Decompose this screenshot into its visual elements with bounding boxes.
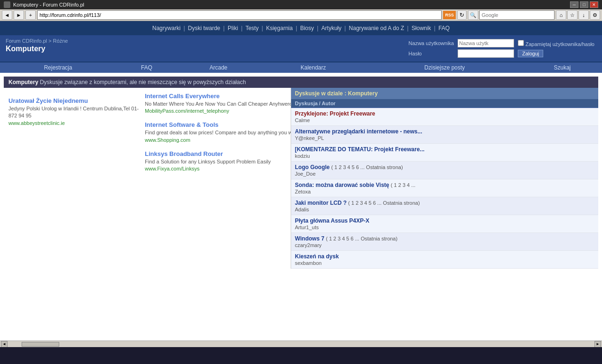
maximize-button[interactable]: □ [580,1,588,8]
disc-item-title[interactable]: Jaki monitor LCD ? [295,200,347,206]
forum-header: Forum CDRinfo.pl > Różne Komputery Nazwa… [0,35,602,62]
subnav-rejestracja[interactable]: Rejestracja [44,64,72,71]
ad-left: Uratował Życie Niejednemu Jedyny Polski … [4,88,145,269]
discussion-panel: Dyskusje w dziale : Komputery Dyskusja /… [291,88,598,269]
ad-2-title[interactable]: Linksys Broadband Router [145,150,223,157]
bookmark-button[interactable]: ☆ [567,10,578,20]
nav-ksiegarnia[interactable]: Księgarnia [266,25,293,31]
scroll-right-button[interactable]: ► [594,341,601,348]
toolbar-right-buttons: ⌂ ☆ ↓ ⚙ [556,10,600,20]
password-label: Hasło [407,48,456,59]
disc-item-author: Y@nkee_PL [295,135,594,141]
subnav-faq[interactable]: FAQ [141,64,152,71]
table-row: Płyta główna Assus P4XP-X Artur1_uts [291,215,598,233]
home-button[interactable]: ⌂ [556,10,566,20]
disc-item-author: Artur1_uts [295,225,594,230]
table-row: Kieszeń na dysk sexbambon [291,251,598,269]
refresh-button[interactable]: ↻ [457,10,467,20]
disc-item-pages: ( 1 2 3 4 5 6 ... Ostatnia strona) [326,236,397,241]
username-label: Nazwa użytkownika [407,38,456,48]
close-button[interactable]: ✕ [590,1,598,8]
nav-slownik[interactable]: Słownik [412,25,431,31]
remember-label: Zapamiętaj użytkownika/hasło [525,41,594,47]
username-input[interactable] [458,39,514,47]
minimize-button[interactable]: ─ [570,1,578,8]
subnav-dzisiejsze[interactable]: Dzisiejsze posty [424,64,465,71]
disc-item-title[interactable]: [KOMENTARZE DO TEMATU: Projekt Freeware.… [295,146,425,153]
subnav-arcade[interactable]: Arcade [210,64,228,71]
nav-artykuly[interactable]: Artykuły [321,25,341,31]
sub-nav: Rejestracja FAQ Arcade Kalendarz Dzisiej… [0,62,602,73]
nav-nagrywanie[interactable]: Nagrywanie od A do Z [349,25,404,31]
table-row: Alternatywne przeglądarki internetowe - … [291,126,598,144]
forward-button[interactable]: ► [14,10,24,20]
browser-toolbar: ◄ ► + RSS ↻ 🔍 ⌂ ☆ ↓ ⚙ [0,9,602,21]
nav-nagrywarki[interactable]: Nagrywarki [152,25,181,31]
disc-item-title[interactable]: Logo Google [295,164,330,170]
breadcrumb-home-link[interactable]: Forum CDRinfo.pl [6,38,47,44]
scroll-thumb[interactable] [22,342,59,347]
address-bar-area: RSS ↻ [37,10,467,20]
table-row: Windows 7 ( 1 2 3 4 5 6 ... Ostatnia str… [291,233,598,251]
subnav-szukaj[interactable]: Szukaj [554,64,570,71]
back-button[interactable]: ◄ [2,10,12,20]
window-title: Komputery - Forum CDRinfo.pl [13,2,84,8]
scroll-track[interactable] [8,342,594,347]
category-description: Dyskusje związane z komputerami, ale nie… [40,79,246,85]
nav-faq[interactable]: FAQ [438,25,450,31]
disc-item-pages: ( 1 2 3 4 5 6 ... Ostatnia strona) [348,200,420,206]
login-button[interactable]: Zaloguj [518,50,543,57]
search-input[interactable] [479,10,554,20]
table-row: [KOMENTARZE DO TEMATU: Projekt Freeware.… [291,144,598,162]
ad-1-title[interactable]: Internet Software & Tools [145,121,219,128]
table-row: Sonda: można darować sobie Vistę ( 1 2 3… [291,179,598,197]
search-engine-icon[interactable]: 🔍 [468,10,478,20]
category-header: Komputery Dyskusje związane z komputeram… [4,77,598,88]
ad-left-desc: Jedyny Polski Urolog w Irlandii ! Centru… [8,105,140,120]
remember-checkbox[interactable] [518,40,524,46]
nav-pliki[interactable]: Pliki [228,25,238,31]
disc-item-title[interactable]: Płyta główna Assus P4XP-X [295,217,369,224]
disc-item-title[interactable]: Sonda: można darować sobie Vistę [295,182,389,188]
nav-biosy[interactable]: Biosy [300,25,314,31]
table-row: Przyklejone: Projekt Freeware Calme [291,108,598,126]
disc-item-author: Calme [295,117,594,123]
disc-item-pages: ( 1 2 3 4 ... [391,182,416,188]
nav-testy[interactable]: Testy [246,25,259,31]
page-wrapper: Nagrywarki | Dyski twarde | Pliki | Test… [0,21,602,341]
disc-item-title[interactable]: Przyklejone: Projekt Freeware [295,110,375,117]
breadcrumb-separator: > [48,38,53,44]
disc-header-sep: : [344,90,348,97]
password-input[interactable] [458,49,514,58]
disc-item-author: czary2mary [295,242,594,248]
subnav-kalendarz[interactable]: Kalendarz [301,64,326,71]
disc-item-title[interactable]: Kieszeń na dysk [295,253,339,260]
nav-dyski[interactable]: Dyski twarde [188,25,221,31]
address-input[interactable] [37,10,442,20]
disc-header-label: Dyskusje w dziale [295,90,343,97]
disc-item-author: kodziu [295,153,594,159]
disc-item-pages: ( 1 2 3 4 5 6 ... Ostatnia strona) [331,164,403,170]
disc-forum-name: Komputery [348,90,378,97]
download-button[interactable]: ↓ [578,10,589,20]
add-tab-button[interactable]: + [25,10,36,20]
ad-left-title[interactable]: Uratował Życie Niejednemu [8,97,88,104]
disc-item-author: Joe_Doe [295,171,594,177]
top-nav: Nagrywarki | Dyski twarde | Pliki | Test… [0,21,602,35]
disc-item-title[interactable]: Windows 7 [295,235,325,242]
breadcrumb-area: Forum CDRinfo.pl > Różne Komputery [6,38,68,53]
category-name: Komputery [8,79,38,85]
sub-nav-table: Rejestracja FAQ Arcade Kalendarz Dzisiej… [0,62,602,73]
sep: | [182,25,187,31]
breadcrumb-cat-link[interactable]: Różne [53,38,68,44]
rss-button[interactable]: RSS [443,11,456,19]
table-row: Jaki monitor LCD ? ( 1 2 3 4 5 6 ... Ost… [291,197,598,215]
settings-button[interactable]: ⚙ [590,10,600,20]
main-content: Uratował Życie Niejednemu Jedyny Polski … [0,88,602,269]
login-table: Nazwa użytkownika Zapamiętaj użytkownika… [407,38,596,59]
scroll-left-button[interactable]: ◄ [1,341,8,348]
disc-item-title[interactable]: Alternatywne przeglądarki internetowe - … [295,128,422,135]
ad-0-title[interactable]: Internet Calls Everywhere [145,93,220,100]
login-area: Nazwa użytkownika Zapamiętaj użytkownika… [407,38,596,59]
disc-item-author: Zetoxa [295,189,594,194]
